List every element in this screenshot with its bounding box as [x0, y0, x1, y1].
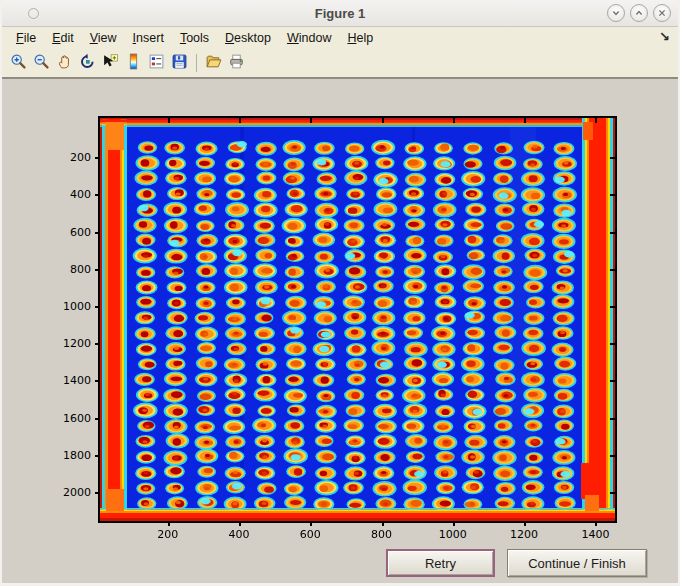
x-tick-label: 200: [157, 528, 178, 541]
zoom-in-button[interactable]: [7, 52, 30, 74]
x-tick-mark: [239, 521, 241, 526]
x-tick-mark-top: [239, 118, 241, 123]
x-tick-mark-top: [168, 118, 170, 123]
y-tick-mark-right: [610, 343, 615, 345]
y-tick-label: 800: [70, 262, 91, 275]
rotate-3d-button[interactable]: [76, 52, 99, 74]
chevron-up-icon: [633, 7, 645, 19]
y-tick-label: 2000: [63, 486, 91, 499]
x-tick-label: 800: [371, 528, 392, 541]
print-figure-icon: [228, 53, 245, 73]
y-tick-mark: [95, 269, 100, 271]
maximize-button[interactable]: [630, 4, 648, 22]
menu-view[interactable]: View: [82, 29, 125, 47]
menu-edit[interactable]: Edit: [44, 29, 82, 47]
y-tick-label: 200: [70, 151, 91, 164]
y-tick-mark-right: [610, 418, 615, 420]
y-tick-label: 1600: [63, 411, 91, 424]
data-cursor-icon: [102, 53, 119, 73]
y-tick-mark: [95, 343, 100, 345]
open-file-icon: [205, 53, 222, 73]
continue-finish-button[interactable]: Continue / Finish: [507, 549, 647, 577]
figure-window: Figure 1 FileEditViewInsertToolsDesktopW…: [0, 0, 680, 586]
pan-icon: [56, 53, 73, 73]
y-tick-mark-right: [610, 380, 615, 382]
y-tick-mark-right: [610, 157, 615, 159]
save-figure-icon: [171, 53, 188, 73]
x-tick-label: 1000: [439, 528, 467, 541]
axes[interactable]: 2004006008001000120014002004006008001000…: [98, 116, 617, 523]
insert-colorbar-icon: [125, 53, 142, 73]
menu-help[interactable]: Help: [339, 29, 381, 47]
x-tick-mark-top: [382, 118, 384, 123]
y-tick-mark-right: [610, 269, 615, 271]
y-tick-label: 1400: [63, 374, 91, 387]
menu-insert[interactable]: Insert: [125, 29, 172, 47]
retry-button[interactable]: Retry: [386, 549, 495, 577]
y-tick-mark: [95, 157, 100, 159]
zoom-in-icon: [10, 53, 27, 73]
x-tick-mark: [453, 521, 455, 526]
y-tick-mark: [95, 232, 100, 234]
y-tick-mark-right: [610, 306, 615, 308]
y-tick-mark: [95, 418, 100, 420]
y-tick-label: 1800: [63, 448, 91, 461]
y-tick-label: 1000: [63, 300, 91, 313]
x-tick-mark-top: [310, 118, 312, 123]
menu-file[interactable]: File: [8, 29, 44, 47]
x-tick-mark: [595, 521, 597, 526]
menu-bar: FileEditViewInsertToolsDesktopWindowHelp…: [2, 27, 678, 49]
y-tick-mark-right: [610, 194, 615, 196]
close-icon: [656, 7, 668, 19]
menu-window[interactable]: Window: [279, 29, 339, 47]
y-tick-mark-right: [610, 232, 615, 234]
close-button[interactable]: [653, 4, 671, 22]
print-figure-button[interactable]: [225, 52, 248, 74]
figure-toolbar: [2, 49, 678, 79]
x-tick-label: 1200: [510, 528, 538, 541]
rotate-3d-icon: [79, 53, 96, 73]
x-tick-mark: [382, 521, 384, 526]
scan-image[interactable]: [100, 118, 615, 521]
y-tick-mark-right: [610, 455, 615, 457]
x-tick-mark-top: [595, 118, 597, 123]
x-tick-mark: [168, 521, 170, 526]
y-tick-mark: [95, 194, 100, 196]
y-tick-mark-right: [610, 492, 615, 494]
y-tick-mark: [95, 380, 100, 382]
y-tick-mark: [95, 455, 100, 457]
x-tick-label: 400: [228, 528, 249, 541]
menu-desktop[interactable]: Desktop: [217, 29, 279, 47]
dock-figure-icon[interactable]: ↘: [659, 29, 670, 44]
insert-colorbar-button[interactable]: [122, 52, 145, 74]
y-tick-mark: [95, 306, 100, 308]
save-figure-button[interactable]: [168, 52, 191, 74]
x-tick-mark: [310, 521, 312, 526]
data-cursor-button[interactable]: [99, 52, 122, 74]
window-controls: [607, 4, 671, 22]
menu-tools[interactable]: Tools: [172, 29, 217, 47]
y-tick-label: 600: [70, 225, 91, 238]
x-tick-mark: [524, 521, 526, 526]
x-tick-mark-top: [453, 118, 455, 123]
figure-canvas: 2004006008001000120014002004006008001000…: [2, 79, 678, 581]
pan-button[interactable]: [53, 52, 76, 74]
open-file-button[interactable]: [202, 52, 225, 74]
title-bar[interactable]: Figure 1: [2, 0, 678, 27]
insert-legend-icon: [148, 53, 165, 73]
chevron-down-icon: [610, 7, 622, 19]
minimize-button[interactable]: [607, 4, 625, 22]
x-tick-label: 600: [300, 528, 321, 541]
y-tick-label: 400: [70, 188, 91, 201]
y-tick-label: 1200: [63, 337, 91, 350]
toolbar-separator: [196, 54, 197, 72]
zoom-out-button[interactable]: [30, 52, 53, 74]
x-tick-mark-top: [524, 118, 526, 123]
insert-legend-button[interactable]: [145, 52, 168, 74]
window-title: Figure 1: [2, 0, 678, 27]
y-tick-mark: [95, 492, 100, 494]
zoom-out-icon: [33, 53, 50, 73]
x-tick-label: 1400: [581, 528, 609, 541]
